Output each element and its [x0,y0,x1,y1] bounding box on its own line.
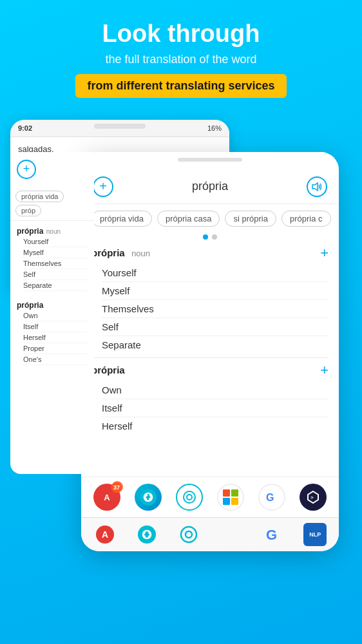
translation-separate: Separate [102,336,329,354]
services-bar: A 37 [81,477,339,517]
subtitle: the full translation of the word [13,53,349,66]
nav-icon-oxford[interactable] [177,523,200,546]
entry-header-1: própria noun + [91,245,329,260]
abbyy-icon: A [100,490,114,504]
svg-point-12 [181,527,196,542]
sidebar-translations-2: Own Itself Herself Proper One's [17,310,88,365]
entry-header-2: própria + [91,362,329,377]
sidebar-item: Self [23,269,88,280]
sidebar-entry-1: própria noun Yourself Myself Themselves … [10,221,94,295]
svg-point-3 [140,489,157,506]
sidebar-item: One's [23,354,88,365]
entry-plus-2[interactable]: + [320,363,329,377]
top-section: Look through the full translation of the… [0,0,362,108]
phone-area: 9:02 16% salgadas. – Por que você chora?… [10,120,352,558]
service-abbyy[interactable]: A 37 [93,484,120,511]
tag-propria-vida[interactable]: própria vida [91,211,152,227]
reverso-icon [140,489,157,506]
sidebar-item: Themselves [23,258,88,269]
entry-pos-1: noun [131,249,150,258]
svg-point-11 [138,526,156,544]
panel-topbar: + própria [81,167,339,204]
ms-green [231,489,238,497]
ms-blue [223,498,230,505]
service-google[interactable]: G [258,484,285,511]
main-title: Look through [13,21,349,48]
tag-si-propria[interactable]: si própria [225,211,276,227]
translation-panel: + própria própria vida própria casa si p… [81,167,339,551]
translation-content: própria noun + Yourself Myself Themselve… [81,245,339,477]
sidebar-item: Myself [23,247,88,258]
tag-propria-casa[interactable]: própria casa [157,211,220,227]
svg-point-13 [186,531,192,538]
abbyy-badge: 37 [111,481,123,493]
sidebar-translations-1: Yourself Myself Themselves Self Separate [17,236,88,291]
svg-text:G: G [266,492,274,503]
svg-text:>: > [310,495,314,500]
entry-divider [91,357,329,358]
tag-propria-c[interactable]: própria c [281,211,331,227]
translation-myself: Myself [102,282,329,300]
service-microsoft[interactable] [217,484,244,511]
svg-text:G: G [266,527,277,543]
nav-icon-abbyy[interactable]: A [93,523,117,546]
translation-yourself: Yourself [102,264,329,282]
panel-add-button[interactable]: + [93,176,113,197]
entry-plus-1[interactable]: + [320,246,329,260]
svg-text:A: A [104,493,110,502]
translation-herself: Herself [102,417,329,435]
nav-icon-nlp[interactable]: NLP [303,523,327,546]
sidebar-item: Proper [23,343,88,354]
dots-row [81,233,339,245]
translation-list-2: Own Itself Herself [91,381,329,435]
translation-themselves: Themselves [102,300,329,318]
phone-notch [178,158,242,162]
sidebar-tag-2[interactable]: próp [15,205,41,216]
highlight-banner: from different translating services [75,74,286,98]
speaker-icon [312,182,322,191]
sidebar-item: Separate [23,280,88,291]
svg-point-5 [187,495,192,500]
dot-active [203,234,208,240]
oxford-icon [182,490,196,504]
svg-point-4 [184,491,195,503]
service-reverso[interactable] [135,484,162,511]
sidebar-peek: + própria vida próp própria noun Yoursel… [10,152,94,474]
sidebar-item: Yourself [23,236,88,247]
sidebar-entry-2: própria Own Itself Herself Proper One's [10,295,94,369]
phone-front-top [81,152,339,167]
sidebar-item: Herself [23,332,88,343]
nav-icon-microsoft[interactable] [220,523,243,546]
sidebar-item: Itself [23,321,88,332]
sidebar-tags: própria vida próp [10,187,94,221]
svg-text:A: A [102,529,108,540]
dot-inactive [212,234,217,240]
google-icon: G [264,489,280,505]
translation-itself: Itself [102,399,329,417]
status-time: 9:02 [18,124,32,132]
phone-front: + própria própria vida própria casa si p… [81,152,339,551]
translation-own: Own [102,381,329,399]
phone-back-notch [94,124,146,129]
phone-back-header: 9:02 16% [10,120,229,137]
panel-word: própria [192,180,228,193]
status-battery: 16% [207,124,222,132]
svg-marker-0 [312,183,318,191]
ms-red [223,489,230,497]
phone-bottom-nav: A [81,517,339,551]
translation-list-1: Yourself Myself Themselves Self Separate [91,264,329,354]
sidebar-item: Own [23,310,88,321]
sidebar-add-button[interactable]: + [17,160,36,179]
sidebar-tag-1[interactable]: própria vida [15,191,64,202]
nav-icon-reverso[interactable] [135,523,158,546]
translation-self: Self [102,318,329,336]
service-oxford[interactable] [176,484,203,511]
nav-icon-google[interactable]: G [262,523,285,546]
entry-word-1: própria [91,247,125,258]
ms-yellow [231,498,238,505]
service-smartcat[interactable]: > [300,484,327,511]
tags-row: própria vida própria casa si própria pró… [81,204,339,233]
smartcat-icon: > [305,489,321,505]
panel-speaker-button[interactable] [307,176,327,197]
entry-word-2: própria [91,365,125,375]
